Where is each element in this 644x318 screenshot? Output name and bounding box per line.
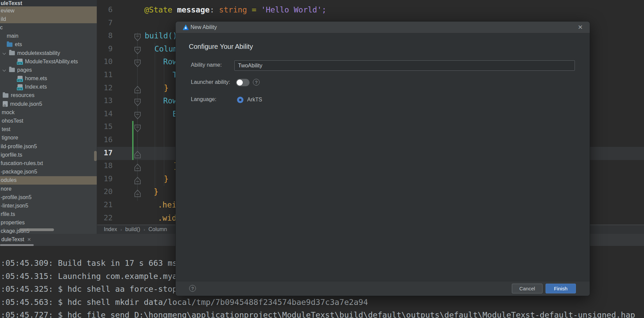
tree-item-eview[interactable]: eview [0, 6, 97, 15]
fold-end-icon[interactable] [134, 162, 141, 169]
line-number: 10 [97, 55, 113, 68]
tree-item-label: home.ets [25, 75, 47, 82]
line-number: 22 [97, 212, 113, 225]
finish-button[interactable]: Finish [546, 284, 576, 293]
tree-item-label: c [0, 25, 3, 31]
tree-item--linter-json5[interactable]: -linter.json5 [0, 201, 97, 210]
code-line-6[interactable]: 6@State message: string = 'Hello World'; [97, 3, 644, 17]
tree-item-label: -linter.json5 [1, 203, 28, 209]
tree-item-odules[interactable]: odules [0, 176, 97, 185]
ability-name-label: Ability name: [191, 62, 222, 68]
line-number: 14 [97, 107, 113, 121]
cancel-button[interactable]: Cancel [512, 284, 543, 293]
run-tab-moduletexst[interactable]: duleTexst ✕ [0, 234, 34, 245]
fold-start-icon[interactable] [134, 45, 141, 53]
line-number: 21 [97, 198, 113, 212]
tree-item-moduletexstability-ets[interactable]: ModuleTexstAbility.ets [0, 57, 97, 66]
code-text: } [154, 185, 158, 198]
breadcrumb-item-index[interactable]: Index [104, 226, 117, 232]
radio-dot [239, 99, 241, 101]
launcher-ability-label: Launcher ability: [191, 79, 230, 85]
fold-start-icon[interactable] [134, 110, 141, 118]
dialog-titlebar: New Ability ✕ [176, 22, 590, 33]
close-icon[interactable]: ✕ [27, 237, 31, 242]
tree-item-resources[interactable]: resources [0, 91, 97, 100]
breadcrumb-separator-icon: › [120, 227, 122, 232]
tree-horizontal-scrollbar[interactable] [19, 228, 54, 231]
tree-header: uleTexst [0, 0, 97, 6]
line-number: 15 [97, 120, 113, 133]
line-number: 13 [97, 94, 113, 107]
tree-item-label: nore [1, 186, 11, 192]
tree-item-mock[interactable]: mock [0, 108, 97, 117]
deveco-logo-icon [182, 24, 189, 31]
code-text: } [164, 82, 169, 95]
tree-item-main[interactable]: main [0, 32, 97, 40]
line-number: 17 [97, 147, 113, 160]
tree-item-test[interactable]: test [0, 125, 97, 134]
dialog-help-icon[interactable]: ? [189, 285, 196, 292]
tree-item-label: Index.ets [25, 84, 47, 90]
dialog-title: New Ability [191, 22, 217, 33]
tree-item-properties[interactable]: properties [0, 219, 97, 227]
line-number: 8 [97, 29, 113, 42]
chevron-down-icon[interactable] [3, 52, 6, 55]
arkts-radio[interactable] [237, 97, 243, 103]
breadcrumb-item-build-[interactable]: build() [125, 226, 140, 232]
fold-end-icon[interactable] [134, 149, 141, 157]
line-number: 18 [97, 159, 113, 172]
tree-item-label: mock [2, 109, 14, 116]
tree-item-igorfile-ts[interactable]: igorfile.ts [0, 151, 97, 159]
tree-item-ets[interactable]: ets [0, 40, 97, 49]
folder-icon [9, 51, 15, 55]
run-tab-label: duleTexst [1, 236, 24, 243]
json-file-icon [3, 101, 8, 107]
tree-item-label: ild [1, 16, 6, 22]
fold-end-icon[interactable] [134, 175, 141, 183]
fold-start-icon[interactable] [134, 97, 141, 104]
tree-item-label: test [2, 126, 10, 132]
line-number: 6 [97, 3, 113, 17]
fold-start-icon[interactable] [134, 32, 141, 39]
fold-end-icon[interactable] [134, 188, 141, 195]
arkts-radio-label: ArkTS [247, 97, 262, 103]
tree-item-label: module.json5 [10, 101, 42, 107]
tree-item-label: tignore [2, 135, 18, 141]
fold-start-icon[interactable] [134, 58, 141, 65]
launcher-help-icon[interactable]: ? [253, 79, 260, 86]
tree-item-index-ets[interactable]: Index.ets [0, 83, 97, 91]
dialog-close-icon[interactable]: ✕ [576, 23, 585, 32]
tree-item-ild-profile-json5[interactable]: ild-profile.json5 [0, 142, 97, 151]
tree-item-rfile-ts[interactable]: rfile.ts [0, 210, 97, 219]
ability-name-input[interactable] [234, 60, 575, 71]
breadcrumb-item-column[interactable]: Column [148, 226, 167, 232]
folder-icon [9, 68, 15, 72]
chevron-down-icon[interactable] [3, 68, 6, 72]
fold-end-icon[interactable] [134, 84, 141, 92]
tree-item-label: eview [1, 8, 14, 14]
tree-item-nore[interactable]: nore [0, 185, 97, 193]
folder-icon [7, 42, 12, 47]
line-number: 20 [97, 185, 113, 198]
tree-item--package-json5[interactable]: -package.json5 [0, 168, 97, 176]
tree-item-label: ild-profile.json5 [1, 144, 37, 150]
ets-file-icon [18, 59, 23, 64]
tree-item-ohostest[interactable]: ohosTest [0, 117, 97, 125]
tree-item--profile-json5[interactable]: -profile.json5 [0, 193, 97, 201]
console-line: :05:45.563: $ hdc shell mkdir data/local… [0, 296, 644, 309]
tree-item-moduletexstability[interactable]: moduletexstability [0, 49, 97, 57]
dialog-footer: ? Cancel Finish [176, 281, 590, 296]
tree-item-home-ets[interactable]: home.ets [0, 74, 97, 83]
ets-file-icon [18, 84, 23, 90]
tree-item-pages[interactable]: pages [0, 66, 97, 74]
tree-item-module-json5[interactable]: module.json5 [0, 100, 97, 108]
tree-item-tignore[interactable]: tignore [0, 134, 97, 142]
tree-item-c[interactable]: c [0, 23, 97, 32]
tree-item-ild[interactable]: ild [0, 15, 97, 23]
fold-start-icon[interactable] [134, 123, 141, 130]
tree-item-label: properties [1, 220, 25, 226]
tree-item-label: odules [1, 177, 17, 183]
tree-vertical-scrollbar[interactable] [94, 151, 97, 161]
tree-item-fuscation-rules-txt[interactable]: fuscation-rules.txt [0, 159, 97, 167]
launcher-ability-toggle[interactable] [236, 79, 250, 86]
